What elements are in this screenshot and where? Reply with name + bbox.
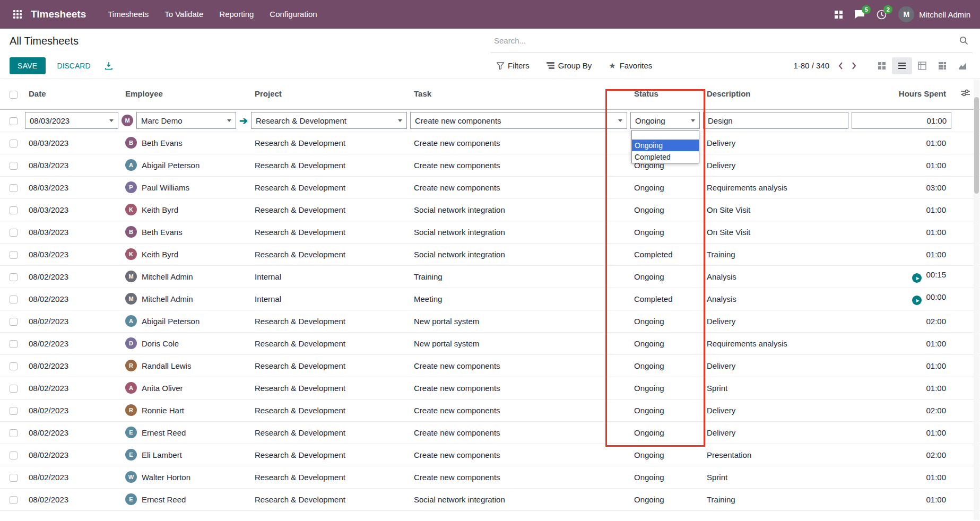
task-cell[interactable]: Social network integration: [409, 488, 629, 510]
description-cell[interactable]: Analysis: [701, 288, 850, 310]
column-header-hours[interactable]: Hours Spent: [850, 79, 959, 109]
project-cell[interactable]: Research & Development: [249, 377, 409, 399]
description-input[interactable]: Design: [703, 112, 848, 129]
status-option-ongoing[interactable]: Ongoing: [632, 140, 699, 151]
description-cell[interactable]: Training: [701, 488, 850, 510]
filters-button[interactable]: Filters: [497, 61, 530, 70]
hours-cell[interactable]: 01:00: [850, 221, 959, 243]
table-row[interactable]: 08/02/2023AAnita OliverResearch & Develo…: [0, 377, 980, 399]
date-cell[interactable]: 08/03/2023: [23, 132, 120, 154]
timer-play-button[interactable]: ▶: [912, 296, 922, 305]
status-cell[interactable]: Ongoing: [629, 176, 701, 198]
list-view-button[interactable]: [892, 57, 912, 74]
table-row[interactable]: 08/03/2023KKeith ByrdResearch & Developm…: [0, 198, 980, 221]
internal-link-icon[interactable]: ➔: [239, 116, 248, 126]
task-cell[interactable]: Create new components: [409, 421, 629, 444]
pager-previous-button[interactable]: [838, 62, 843, 70]
date-cell[interactable]: 08/02/2023: [23, 288, 120, 310]
description-cell[interactable]: Sprint: [701, 377, 850, 399]
table-row-editing[interactable]: 08/03/2023 M Marc Demo ➔ Research & Deve…: [0, 109, 980, 132]
table-row[interactable]: 08/03/2023KKeith ByrdResearch & Developm…: [0, 243, 980, 265]
row-checkbox[interactable]: [10, 140, 18, 147]
date-cell[interactable]: 08/02/2023: [23, 265, 120, 288]
status-select[interactable]: Ongoing: [630, 112, 700, 129]
employee-cell[interactable]: EEli Lambert: [120, 444, 249, 466]
description-cell[interactable]: Requirements analysis: [701, 332, 850, 354]
project-cell[interactable]: Internal: [249, 288, 409, 310]
task-cell[interactable]: Training: [409, 265, 629, 288]
row-checkbox[interactable]: [10, 474, 18, 482]
task-cell[interactable]: Social network integration: [409, 243, 629, 265]
hours-cell[interactable]: 01:00: [850, 354, 959, 377]
row-checkbox[interactable]: [10, 385, 18, 393]
hours-cell[interactable]: 02:00: [850, 399, 959, 421]
hours-cell[interactable]: 01:00: [850, 377, 959, 399]
hours-cell[interactable]: 01:00: [850, 332, 959, 354]
menu-item-to-validate[interactable]: To Validate: [157, 0, 211, 29]
grid-view-button[interactable]: [932, 57, 952, 74]
project-cell[interactable]: Internal: [249, 265, 409, 288]
description-cell[interactable]: On Site Visit: [701, 221, 850, 243]
save-button[interactable]: SAVE: [10, 57, 46, 74]
project-cell[interactable]: Research & Development: [249, 132, 409, 154]
row-checkbox[interactable]: [10, 162, 18, 170]
table-row[interactable]: 08/02/2023MMitchell AdminInternalMeeting…: [0, 288, 980, 310]
date-cell[interactable]: 08/03/2023: [23, 154, 120, 176]
hours-cell[interactable]: ▶00:15: [850, 265, 959, 288]
row-checkbox[interactable]: [10, 273, 18, 281]
task-cell[interactable]: Create new components: [409, 154, 629, 176]
date-cell[interactable]: 08/03/2023: [23, 198, 120, 221]
task-cell[interactable]: Social network integration: [409, 221, 629, 243]
task-cell[interactable]: Meeting: [409, 288, 629, 310]
project-cell[interactable]: Research & Development: [249, 176, 409, 198]
description-cell[interactable]: Delivery: [701, 421, 850, 444]
table-row[interactable]: 08/02/2023RRonnie HartResearch & Develop…: [0, 399, 980, 421]
status-cell[interactable]: Ongoing: [629, 265, 701, 288]
date-cell[interactable]: 08/02/2023: [23, 332, 120, 354]
project-cell[interactable]: Research & Development: [249, 466, 409, 488]
timer-play-button[interactable]: ▶: [912, 273, 922, 283]
employee-cell[interactable]: RRandall Lewis: [120, 354, 249, 377]
scrollbar[interactable]: [974, 80, 979, 520]
status-cell[interactable]: Ongoing: [629, 354, 701, 377]
project-cell[interactable]: Research & Development: [249, 198, 409, 221]
status-cell[interactable]: Ongoing: [629, 332, 701, 354]
column-header-description[interactable]: Description: [701, 79, 850, 109]
description-cell[interactable]: Delivery: [701, 132, 850, 154]
task-cell[interactable]: Create new components: [409, 132, 629, 154]
employee-cell[interactable]: WWalter Horton: [120, 466, 249, 488]
task-cell[interactable]: Social network integration: [409, 198, 629, 221]
apps-menu-button[interactable]: [10, 5, 25, 23]
hours-cell[interactable]: 01:00: [850, 488, 959, 510]
employee-cell[interactable]: RRonnie Hart: [120, 399, 249, 421]
employee-cell[interactable]: PPaul Williams: [120, 176, 249, 198]
row-checkbox[interactable]: [10, 184, 18, 192]
column-header-project[interactable]: Project: [249, 79, 409, 109]
status-cell[interactable]: Ongoing: [629, 310, 701, 332]
table-row[interactable]: 08/03/2023BBeth EvansResearch & Developm…: [0, 221, 980, 243]
status-cell[interactable]: Ongoing: [629, 221, 701, 243]
messages-button[interactable]: 5: [854, 10, 865, 19]
task-cell[interactable]: Create new components: [409, 354, 629, 377]
table-row[interactable]: 08/02/2023EErnest ReedResearch & Develop…: [0, 421, 980, 444]
description-cell[interactable]: Delivery: [701, 354, 850, 377]
row-checkbox[interactable]: [10, 206, 18, 214]
pivot-view-button[interactable]: [912, 57, 932, 74]
row-checkbox[interactable]: [10, 340, 18, 348]
date-cell[interactable]: 08/02/2023: [23, 310, 120, 332]
employee-cell[interactable]: EErnest Reed: [120, 488, 249, 510]
date-cell[interactable]: 08/02/2023: [23, 377, 120, 399]
employee-cell[interactable]: EErnest Reed: [120, 421, 249, 444]
task-cell[interactable]: New portal system: [409, 310, 629, 332]
menu-item-timesheets[interactable]: Timesheets: [100, 0, 157, 29]
project-cell[interactable]: Research & Development: [249, 154, 409, 176]
search-icon[interactable]: [959, 36, 968, 45]
table-row[interactable]: 08/02/2023AAbigail PetersonResearch & De…: [0, 310, 980, 332]
date-cell[interactable]: 08/02/2023: [23, 354, 120, 377]
description-cell[interactable]: Presentation: [701, 444, 850, 466]
status-cell[interactable]: Ongoing: [629, 444, 701, 466]
select-all-checkbox[interactable]: [10, 91, 18, 99]
row-checkbox[interactable]: [10, 117, 18, 125]
hours-cell[interactable]: 03:00: [850, 176, 959, 198]
description-cell[interactable]: Delivery: [701, 154, 850, 176]
